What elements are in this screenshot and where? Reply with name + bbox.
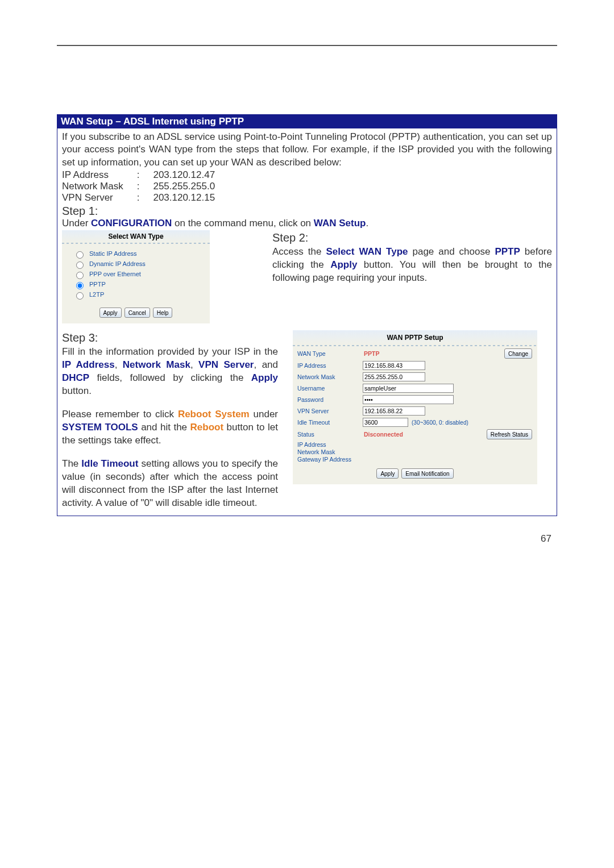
radio-dynamic-ip[interactable]: Dynamic IP Address (73, 260, 203, 269)
intro-text: If you subscribe to an ADSL service usin… (57, 128, 557, 170)
pptp-nm-label: Network Mask (297, 373, 363, 380)
apply-button[interactable]: Apply (99, 308, 122, 318)
pptp-idle-input[interactable] (363, 418, 408, 427)
pptp-ext-ip: IP Address (293, 441, 537, 448)
pptp-user-label: Username (297, 385, 363, 392)
step3-para3: The Idle Timeout setting allows you to s… (62, 458, 278, 510)
cancel-button[interactable]: Cancel (125, 308, 150, 318)
radio-static-ip[interactable]: Static IP Address (73, 250, 203, 259)
kv-vpn-value: 203.120.12.15 (153, 192, 229, 203)
pptp-title: WAN PPTP Setup (293, 330, 537, 345)
isp-info-table: IP Address:203.120.12.47 Network Mask:25… (57, 169, 557, 203)
section-banner: WAN Setup – ADSL Internet using PPTP (57, 115, 557, 128)
pptp-pass-label: Password (297, 396, 363, 403)
wan-pptp-setup-panel: WAN PPTP Setup WAN Type PPTP Change IP A… (293, 330, 537, 484)
radio-l2tp[interactable]: L2TP (73, 290, 203, 300)
pptp-ext-gw: Gateway IP Address (293, 455, 537, 463)
pptp-vpn-input[interactable] (363, 406, 425, 416)
radio-pppoe[interactable]: PPP over Ethernet (73, 270, 203, 279)
step1-heading: Step 1: (57, 203, 557, 218)
kv-nm-value: 255.255.255.0 (153, 181, 229, 192)
pptp-ip-label: IP Address (297, 362, 363, 369)
apply-button[interactable]: Apply (376, 468, 399, 479)
pptp-pass-input[interactable] (363, 395, 454, 404)
radio-pptp[interactable]: PPTP (73, 280, 203, 289)
pptp-vpn-label: VPN Server (297, 408, 363, 414)
page-number: 67 (57, 533, 557, 545)
pptp-ip-input[interactable] (363, 361, 425, 370)
pptp-status-label: Status (297, 431, 363, 438)
step3-heading: Step 3: (62, 330, 278, 346)
kv-nm-label: Network Mask (62, 181, 137, 192)
pptp-wan-type-value: PPTP (364, 350, 379, 357)
help-button[interactable]: Help (153, 308, 173, 318)
kv-ip-label: IP Address (62, 169, 137, 181)
pptp-user-input[interactable] (363, 384, 454, 393)
select-wan-type-title: Select WAN Type (62, 230, 210, 243)
pptp-status-value: Disconnected (364, 431, 403, 438)
divider (57, 45, 557, 46)
pptp-wan-type-label: WAN Type (297, 350, 363, 357)
change-button[interactable]: Change (504, 348, 532, 359)
step3-para1: Fill in the information provided by your… (62, 346, 278, 398)
email-notification-button[interactable]: Email Notification (401, 468, 453, 479)
step2-heading: Step 2: (272, 230, 552, 246)
pptp-nm-input[interactable] (363, 372, 425, 381)
select-wan-type-panel: Select WAN Type Static IP Address Dynami… (62, 230, 210, 323)
kv-vpn-label: VPN Server (62, 192, 137, 203)
step3-para2: Please remember to click Reboot System u… (62, 408, 278, 447)
kv-ip-value: 203.120.12.47 (153, 169, 229, 181)
instruction-box: WAN Setup – ADSL Internet using PPTP If … (57, 114, 557, 516)
refresh-status-button[interactable]: Refresh Status (487, 429, 532, 439)
pptp-idle-label: Idle Timeout (297, 419, 363, 426)
step1-text: Under CONFIGURATION on the command menu,… (57, 218, 557, 230)
pptp-ext-nm: Network Mask (293, 448, 537, 455)
